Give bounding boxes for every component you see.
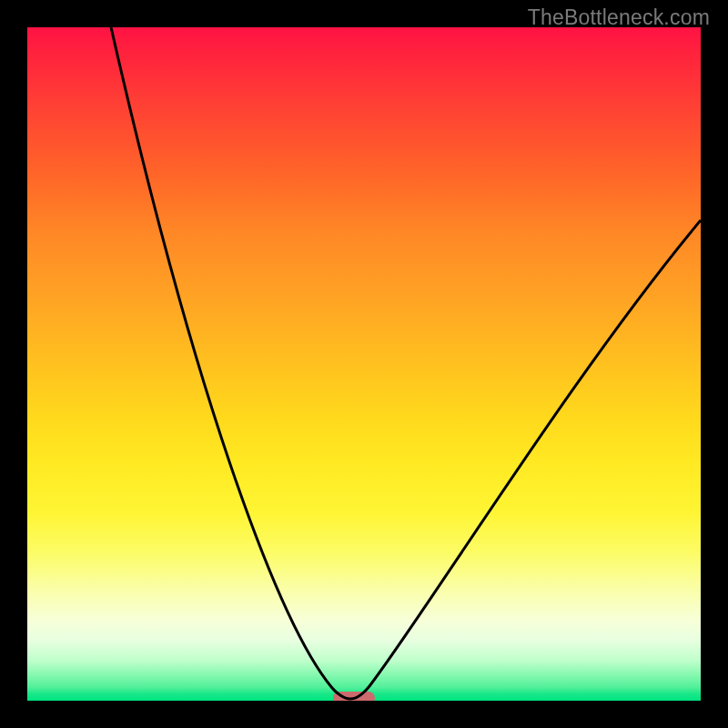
watermark-text: TheBottleneck.com <box>528 5 710 30</box>
chart-background-gradient <box>27 27 701 701</box>
chart-frame <box>27 27 701 701</box>
optimum-marker <box>333 692 375 701</box>
